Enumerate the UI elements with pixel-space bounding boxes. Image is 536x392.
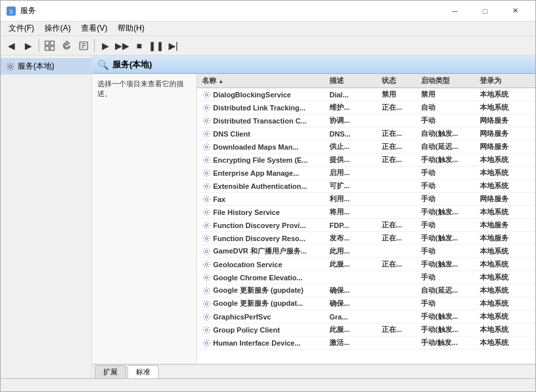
col-header-name[interactable]: 名称 ▲ xyxy=(199,76,327,86)
close-button[interactable]: ✕ xyxy=(500,1,530,22)
pause-button[interactable]: ❚❚ xyxy=(148,38,164,54)
service-startup: 手动(触发... xyxy=(418,312,477,321)
service-startup: 手动 xyxy=(418,220,477,230)
stop-button[interactable]: ■ xyxy=(131,38,147,54)
service-startup: 手动 xyxy=(418,299,477,308)
table-row[interactable]: File History Service 将用... 手动(触发... 本地系统 xyxy=(197,206,535,219)
svg-point-27 xyxy=(205,302,208,305)
svg-rect-2 xyxy=(45,41,49,45)
table-row[interactable]: Function Discovery Reso... 发布... 正在... 手… xyxy=(197,232,535,245)
service-desc: 可扩... xyxy=(327,181,379,191)
table-row[interactable]: Fax 利用... 手动 网络服务 xyxy=(197,193,535,206)
table-row[interactable]: Human Interface Device... 激活... 手动/触发...… xyxy=(197,336,535,350)
service-status: 正在... xyxy=(379,155,418,165)
table-row[interactable]: Downloaded Maps Man... 供止... 正在... 自动(延迟… xyxy=(197,140,535,154)
service-login: 网络服务 xyxy=(477,129,529,139)
table-row[interactable]: GameDVR 和广播用户服务... 此用... 手动 本地系统 xyxy=(197,245,535,258)
panel-body: 选择一个项目来查看它的描述。 名称 ▲ 描述 状态 xyxy=(92,74,535,364)
table-row[interactable]: Google 更新服务 (gupdat... 确保... 手动 本地系统 xyxy=(197,297,535,310)
play-button[interactable]: ▶ xyxy=(97,38,113,54)
col-header-login[interactable]: 登录为 xyxy=(477,76,529,86)
services-table[interactable]: DialogBlockingService Dial... 禁用 禁用 本地系统… xyxy=(197,88,535,364)
table-row[interactable]: Encrypting File System (E... 提供... 正在...… xyxy=(197,154,535,167)
table-row[interactable]: GraphicsPerfSvc Gra... 手动(触发... 本地系统 xyxy=(197,310,535,323)
view-button[interactable] xyxy=(42,38,58,54)
minimize-button[interactable]: ─ xyxy=(440,1,470,22)
maximize-button[interactable]: □ xyxy=(470,1,500,22)
menu-view[interactable]: 查看(V) xyxy=(76,22,112,35)
col-header-startup[interactable]: 启动类型 xyxy=(418,76,477,86)
service-status: 正在... xyxy=(379,142,418,152)
play2-button[interactable]: ▶▶ xyxy=(114,38,130,54)
service-icon xyxy=(202,299,211,308)
toolbar-sep-2 xyxy=(94,39,95,52)
table-row[interactable]: Extensible Authentication... 可扩... 手动 本地… xyxy=(197,180,535,193)
service-login: 本地系统 xyxy=(477,325,529,335)
table-row[interactable]: Google 更新服务 (gupdate) 确保... 自动(延迟... 本地系… xyxy=(197,284,535,297)
service-startup: 自动 xyxy=(418,103,477,112)
service-startup: 手动 xyxy=(418,181,477,191)
window-controls: ─ □ ✕ xyxy=(440,1,530,22)
service-desc: 此用... xyxy=(327,246,379,256)
service-name: Distributed Transaction C... xyxy=(213,117,324,125)
refresh-button[interactable] xyxy=(59,38,75,54)
service-status: 正在... xyxy=(379,233,418,243)
toolbar: ◀ ▶ ▶ ▶▶ ■ ❚❚ ▶| xyxy=(1,36,535,56)
svg-point-21 xyxy=(205,224,208,227)
service-desc: 确保... xyxy=(327,286,379,295)
service-startup: 手动 xyxy=(418,194,477,204)
main-window: S 服务 ─ □ ✕ 文件(F) 操作(A) 查看(V) 帮助(H) ◀ ▶ ▶… xyxy=(0,0,536,392)
menu-file[interactable]: 文件(F) xyxy=(3,22,39,35)
forward-button[interactable]: ▶ xyxy=(20,38,36,54)
service-login: 本地系统 xyxy=(477,181,529,191)
services-container: 名称 ▲ 描述 状态 启动类型 登录为 xyxy=(197,74,535,364)
sort-icon: ▲ xyxy=(218,78,224,84)
service-icon xyxy=(202,142,211,152)
service-name: GameDVR 和广播用户服务... xyxy=(213,246,324,256)
table-row[interactable]: DNS Client DNS... 正在... 自动(触发... 网络服务 xyxy=(197,127,535,140)
service-startup: 手动 xyxy=(418,246,477,256)
col-header-status[interactable]: 状态 xyxy=(379,76,418,86)
table-row[interactable]: Function Discovery Provi... FDP... 正在...… xyxy=(197,219,535,232)
service-login: 本地系统 xyxy=(477,168,529,178)
service-icon xyxy=(202,247,211,256)
service-name: Geolocation Service xyxy=(213,261,324,269)
table-row[interactable]: Enterprise App Manage... 启用... 手动 本地系统 xyxy=(197,167,535,180)
table-row[interactable]: Geolocation Service 此服... 正在... 手动(触发...… xyxy=(197,258,535,271)
back-button[interactable]: ◀ xyxy=(3,38,19,54)
tab-expand[interactable]: 扩展 xyxy=(95,365,126,378)
service-icon xyxy=(202,338,211,348)
svg-text:S: S xyxy=(9,8,13,15)
tab-standard[interactable]: 标准 xyxy=(127,365,159,378)
description-text: 选择一个项目来查看它的描述。 xyxy=(97,80,184,97)
service-name: Google 更新服务 (gupdate) xyxy=(213,286,324,295)
col-header-desc[interactable]: 描述 xyxy=(327,76,379,86)
table-row[interactable]: DialogBlockingService Dial... 禁用 禁用 本地系统 xyxy=(197,88,535,101)
service-login: 本地系统 xyxy=(477,286,529,295)
menu-action[interactable]: 操作(A) xyxy=(39,22,76,35)
service-login: 本地系统 xyxy=(477,155,529,165)
service-desc: 启用... xyxy=(327,168,379,178)
service-name: Human Interface Device... xyxy=(213,339,324,347)
svg-point-13 xyxy=(205,120,208,122)
svg-point-23 xyxy=(205,250,208,253)
service-icon xyxy=(202,155,211,165)
table-row[interactable]: Group Policy Client 此服... 正在... 手动(触发...… xyxy=(197,323,535,336)
service-name: Downloaded Maps Man... xyxy=(213,143,324,151)
table-row[interactable]: Distributed Transaction C... 协调... 手动 网络… xyxy=(197,114,535,127)
sidebar-item-local-services[interactable]: 服务(本地) xyxy=(1,58,92,74)
table-row[interactable]: Distributed Link Tracking... 维护... 正在...… xyxy=(197,101,535,114)
service-desc: 将用... xyxy=(327,207,379,217)
table-row[interactable]: Google Chrome Elevatio... 手动 本地系统 xyxy=(197,271,535,284)
service-name: Encrypting File System (E... xyxy=(213,156,324,164)
restart-button[interactable]: ▶| xyxy=(165,38,181,54)
service-login: 本地系统 xyxy=(477,103,529,112)
service-startup: 手动 xyxy=(418,168,477,178)
properties-button[interactable] xyxy=(76,38,92,54)
service-desc: FDP... xyxy=(327,221,379,229)
right-panel: 🔍 服务(本地) 选择一个项目来查看它的描述。 名称 ▲ xyxy=(92,56,535,378)
service-icon xyxy=(202,169,211,178)
bottom-tabs: 扩展 标准 xyxy=(92,364,535,378)
service-desc: 激活... xyxy=(327,338,379,348)
menu-help[interactable]: 帮助(H) xyxy=(112,22,150,35)
